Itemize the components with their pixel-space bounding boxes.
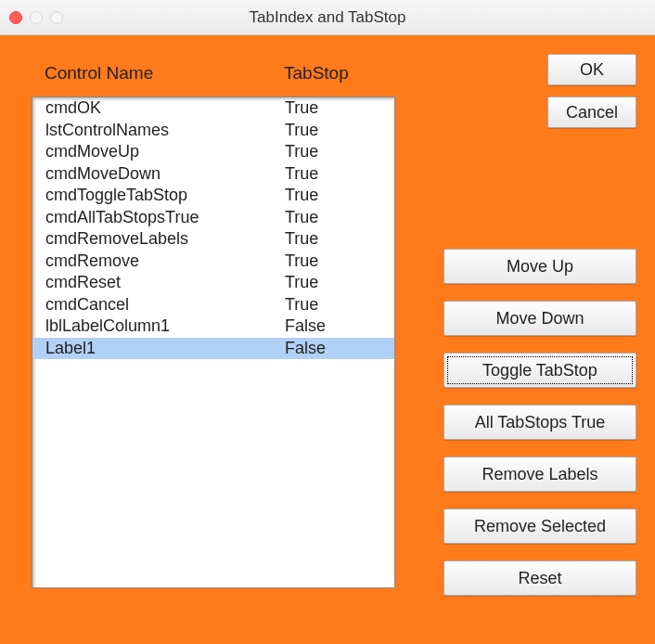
right-column: OK Cancel Move Up Move Down Toggle TabSt… xyxy=(417,52,636,616)
list-item-tabstop: False xyxy=(285,338,387,360)
zoom-window-icon[interactable] xyxy=(50,11,63,24)
list-item[interactable]: cmdMoveUpTrue xyxy=(32,141,394,163)
list-item-tabstop: True xyxy=(285,120,387,142)
list-item-tabstop: True xyxy=(285,294,387,316)
list-item[interactable]: cmdAllTabStopsTrueTrue xyxy=(32,207,394,229)
list-item[interactable]: cmdCancelTrue xyxy=(32,294,394,316)
left-column: Control Name TabStop cmdOKTruelstControl… xyxy=(32,52,395,616)
remove-selected-button[interactable]: Remove Selected xyxy=(443,509,636,544)
list-item-name: cmdReset xyxy=(45,272,285,294)
list-item[interactable]: cmdMoveDownTrue xyxy=(32,163,394,186)
list-item[interactable]: lblLabelColumn1False xyxy=(32,316,394,338)
list-item-name: cmdCancel xyxy=(45,294,285,316)
list-item-name: cmdAllTabStopsTrue xyxy=(45,207,285,229)
list-item-tabstop: True xyxy=(285,185,387,207)
list-item-name: Label1 xyxy=(45,338,285,360)
toggle-tabstop-button[interactable]: Toggle TabStop xyxy=(443,353,636,388)
reset-button[interactable]: Reset xyxy=(443,560,636,596)
list-item-tabstop: True xyxy=(285,141,387,163)
header-tabstop: TabStop xyxy=(284,63,388,84)
list-item[interactable]: cmdOKTrue xyxy=(32,97,394,120)
list-headers: Control Name TabStop xyxy=(32,52,395,97)
list-item-tabstop: True xyxy=(285,97,387,120)
list-item-name: lblLabelColumn1 xyxy=(45,316,285,338)
list-item-name: cmdRemove xyxy=(45,251,285,273)
list-item[interactable]: cmdToggleTabStopTrue xyxy=(32,185,394,207)
list-item-name: cmdMoveUp xyxy=(45,141,285,163)
list-item-tabstop: False xyxy=(285,316,387,338)
all-tabstops-true-button[interactable]: All TabStops True xyxy=(443,405,636,440)
list-item-name: cmdRemoveLabels xyxy=(45,228,285,251)
minimize-window-icon[interactable] xyxy=(30,11,43,24)
list-item[interactable]: Label1False xyxy=(32,338,394,360)
list-item[interactable]: cmdResetTrue xyxy=(32,272,394,294)
window-title: TabIndex and TabStop xyxy=(0,8,655,27)
list-item-name: cmdMoveDown xyxy=(45,163,285,186)
list-item-tabstop: True xyxy=(285,272,387,294)
control-listbox[interactable]: cmdOKTruelstControlNamesTruecmdMoveUpTru… xyxy=(32,97,395,588)
list-item[interactable]: cmdRemoveLabelsTrue xyxy=(32,228,394,251)
list-item-tabstop: True xyxy=(285,251,387,273)
header-control-name: Control Name xyxy=(45,63,284,84)
close-window-icon[interactable] xyxy=(9,11,22,24)
cancel-button[interactable]: Cancel xyxy=(547,97,636,128)
list-item-tabstop: True xyxy=(285,207,387,229)
list-item-tabstop: True xyxy=(285,228,387,251)
list-item[interactable]: cmdRemoveTrue xyxy=(32,251,394,273)
list-item[interactable]: lstControlNamesTrue xyxy=(32,120,394,142)
dialog-window: TabIndex and TabStop Control Name TabSto… xyxy=(0,0,655,644)
dialog-content: Control Name TabStop cmdOKTruelstControl… xyxy=(0,35,655,644)
ok-button[interactable]: OK xyxy=(547,54,636,85)
list-item-name: cmdOK xyxy=(45,97,285,120)
titlebar: TabIndex and TabStop xyxy=(0,0,655,35)
list-item-name: cmdToggleTabStop xyxy=(45,185,285,207)
window-controls xyxy=(9,11,63,24)
remove-labels-button[interactable]: Remove Labels xyxy=(443,457,636,492)
list-item-tabstop: True xyxy=(285,163,387,186)
move-up-button[interactable]: Move Up xyxy=(443,249,636,284)
move-down-button[interactable]: Move Down xyxy=(443,301,636,336)
list-item-name: lstControlNames xyxy=(45,120,285,142)
